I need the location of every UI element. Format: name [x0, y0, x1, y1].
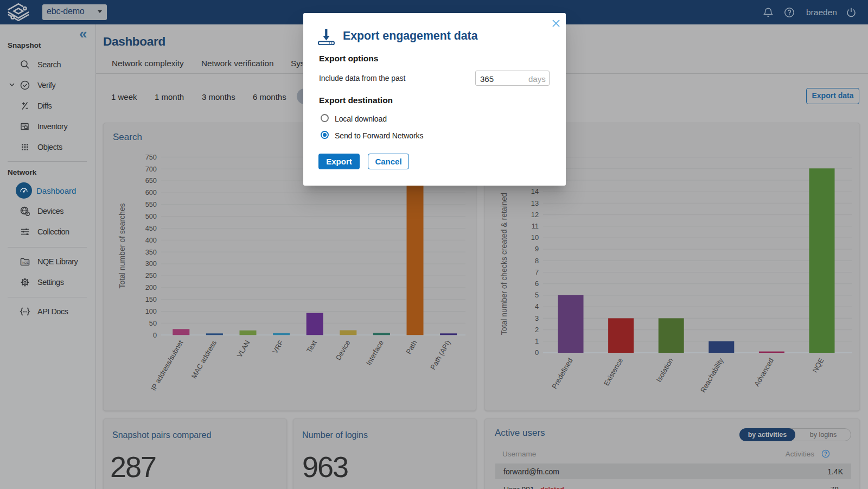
svg-text:NQE: NQE	[22, 261, 29, 264]
svg-text:IP address/subnet: IP address/subnet	[149, 339, 184, 392]
svg-text:Device: Device	[334, 339, 352, 361]
svg-text:10: 10	[531, 233, 539, 242]
svg-text:0: 0	[535, 348, 539, 357]
svg-text:Existence: Existence	[602, 357, 624, 387]
svg-text:4: 4	[535, 302, 539, 310]
svg-text:Path: Path	[404, 339, 418, 355]
svg-text:Text: Text	[305, 339, 318, 354]
svg-text:VRF: VRF	[271, 339, 285, 355]
svg-text:650: 650	[145, 176, 157, 185]
svg-text:700: 700	[145, 165, 157, 173]
svg-text:3: 3	[535, 314, 539, 322]
svg-text:7: 7	[535, 268, 539, 276]
svg-text:12: 12	[531, 211, 539, 219]
svg-text:Path (API): Path (API)	[429, 339, 452, 371]
svg-text:6: 6	[535, 280, 539, 288]
svg-text:200: 200	[145, 283, 157, 291]
svg-text:400: 400	[145, 236, 157, 244]
svg-text:150: 150	[145, 295, 157, 303]
svg-text:Isolation: Isolation	[655, 357, 675, 383]
svg-text:Advanced: Advanced	[752, 357, 775, 388]
svg-text:0: 0	[153, 331, 157, 339]
svg-text:450: 450	[145, 224, 157, 232]
svg-text:14: 14	[531, 187, 539, 195]
svg-text:NQE: NQE	[811, 357, 826, 374]
svg-text:350: 350	[145, 248, 157, 256]
svg-text:11: 11	[532, 222, 539, 230]
svg-text:50: 50	[149, 319, 157, 327]
svg-text:13: 13	[531, 199, 539, 207]
svg-text:9: 9	[535, 245, 539, 253]
svg-text:250: 250	[145, 271, 157, 280]
svg-text:8: 8	[535, 257, 539, 265]
svg-text:Total number of searches: Total number of searches	[118, 203, 126, 288]
svg-text:2: 2	[535, 326, 539, 334]
svg-text:Total number of checks created: Total number of checks created & retaine…	[500, 193, 508, 335]
svg-text:Reachability: Reachability	[699, 357, 725, 394]
svg-text:Predefined: Predefined	[550, 357, 574, 390]
svg-text:MAC address: MAC address	[190, 339, 219, 380]
svg-text:Interface: Interface	[365, 339, 385, 366]
svg-text:1: 1	[535, 337, 539, 345]
svg-text:600: 600	[145, 188, 157, 196]
svg-text:500: 500	[145, 212, 157, 220]
svg-text:550: 550	[145, 200, 157, 208]
svg-text:100: 100	[145, 307, 157, 315]
svg-text:5: 5	[535, 291, 539, 299]
svg-text:750: 750	[145, 153, 157, 161]
svg-text:300: 300	[145, 259, 157, 268]
svg-text:VLAN: VLAN	[235, 339, 252, 359]
